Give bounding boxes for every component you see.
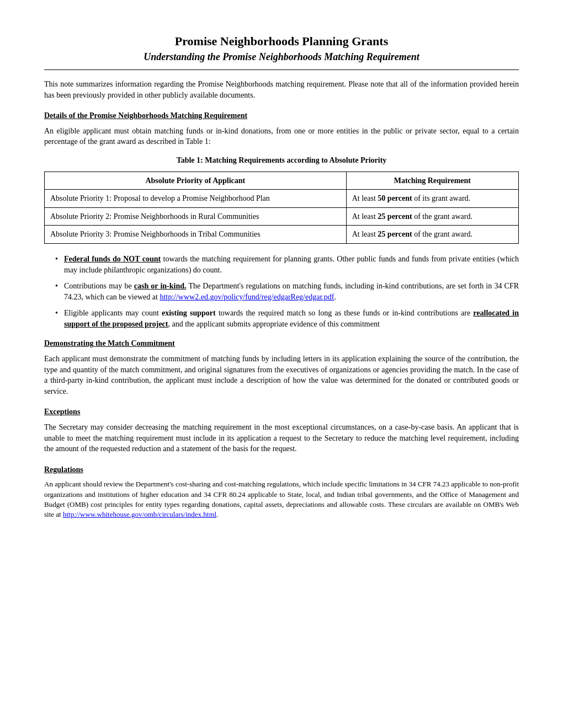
regulations-paragraph: An applicant should review the Departmen… (44, 479, 519, 520)
regulations-section: Regulations An applicant should review t… (44, 464, 519, 520)
table-cell-priority-1: Absolute Priority 1: Proposal to develop… (45, 190, 347, 208)
page-container: Promise Neighborhoods Planning Grants Un… (44, 33, 519, 520)
table-header-requirement: Matching Requirement (346, 172, 518, 190)
matching-table: Absolute Priority of Applicant Matching … (44, 172, 519, 244)
table-cell-requirement-3: At least 25 percent of the grant award. (346, 226, 518, 244)
bullet-item-3: Eligible applicants may count existing s… (55, 308, 519, 329)
intro-paragraph: This note summarizes information regardi… (44, 79, 519, 100)
table-row: Absolute Priority 2: Promise Neighborhoo… (45, 207, 519, 226)
bullet-1-bold: Federal funds do NOT count (64, 255, 161, 263)
bullet-2-bold: cash or in-kind. (134, 282, 187, 290)
exceptions-section: Exceptions The Secretary may consider de… (44, 406, 519, 454)
table-cell-requirement-2: At least 25 percent of the grant award. (346, 207, 518, 226)
details-heading: Details of the Promise Neighborhoods Mat… (44, 110, 519, 121)
table-cell-priority-3: Absolute Priority 3: Promise Neighborhoo… (45, 226, 347, 244)
demonstrating-heading: Demonstrating the Match Commitment (44, 338, 519, 349)
bullet-3-end: , and the applicant submits appropriate … (168, 320, 380, 328)
exceptions-heading: Exceptions (44, 406, 519, 417)
table-row: Absolute Priority 3: Promise Neighborhoo… (45, 226, 519, 244)
whitehouse-link[interactable]: http://www.whitehouse.gov/omb/circulars/… (63, 510, 216, 518)
bullet-2-post: . (334, 293, 336, 301)
bullet-list: Federal funds do NOT count towards the m… (44, 254, 519, 330)
table-cell-priority-2: Absolute Priority 2: Promise Neighborhoo… (45, 207, 347, 226)
details-section: Details of the Promise Neighborhoods Mat… (44, 110, 519, 244)
table-cell-requirement-1: At least 50 percent of its grant award. (346, 190, 518, 208)
edgar-link[interactable]: http://www2.ed.gov/policy/fund/reg/edgar… (160, 293, 334, 301)
demonstrating-paragraph: Each applicant must demonstrate the comm… (44, 354, 519, 397)
details-paragraph: An eligible applicant must obtain matchi… (44, 126, 519, 147)
exceptions-paragraph: The Secretary may consider decreasing th… (44, 422, 519, 454)
bullet-item-2: Contributions may be cash or in-kind. Th… (55, 281, 519, 302)
demonstrating-section: Demonstrating the Match Commitment Each … (44, 338, 519, 397)
bullet-2-pre: Contributions may be (64, 282, 134, 290)
table-row: Absolute Priority 1: Proposal to develop… (45, 190, 519, 208)
regulations-heading: Regulations (44, 464, 519, 475)
table-title: Table 1: Matching Requirements according… (44, 155, 519, 166)
bullet-3-mid: towards the required match so long as th… (216, 309, 474, 317)
table-header-priority: Absolute Priority of Applicant (45, 172, 347, 190)
bullet-item-1: Federal funds do NOT count towards the m… (55, 254, 519, 275)
title-divider (44, 69, 519, 70)
bullet-3-bold: existing support (162, 309, 216, 317)
page-title-block: Promise Neighborhoods Planning Grants Un… (44, 33, 519, 64)
main-title: Promise Neighborhoods Planning Grants (44, 33, 519, 50)
regulations-post: . (216, 510, 218, 518)
sub-title: Understanding the Promise Neighborhoods … (44, 50, 519, 64)
bullet-3-pre: Eligible applicants may count (64, 309, 162, 317)
